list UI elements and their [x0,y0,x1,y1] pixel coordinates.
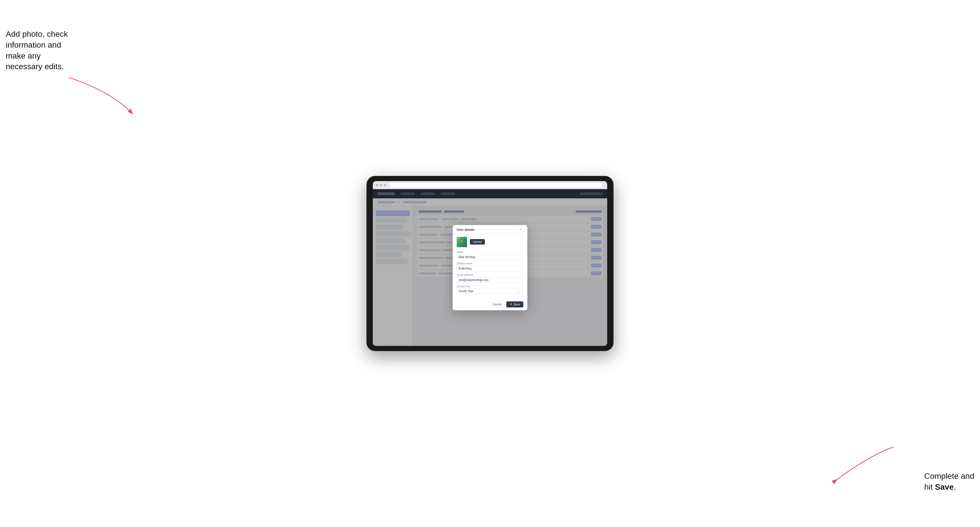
school-year-input[interactable] [457,289,523,294]
school-year-clear-icon[interactable]: × [518,290,519,292]
tablet-device: User details × Upload [366,176,614,351]
display-name-field-group: Display name [457,262,523,271]
annotation-left: Add photo, check information and make an… [6,29,75,72]
browser-dot-1 [376,184,378,186]
school-year-chevron-icon[interactable]: ⌄ [520,290,522,292]
modal-close-button[interactable]: × [520,228,523,231]
display-name-label: Display name [457,262,523,265]
email-field-group: Email address [457,273,523,283]
browser-dot-2 [380,184,382,186]
user-details-modal: User details × Upload [453,225,527,310]
email-input[interactable] [457,277,523,283]
display-name-input[interactable] [457,266,523,271]
modal-overlay: User details × Upload [373,189,607,346]
arrow-left [69,78,132,116]
save-label: Save [513,303,520,306]
name-input[interactable] [457,254,523,260]
tablet-screen: User details × Upload [373,181,607,346]
annotation-right: Complete and hit Save. [924,471,974,492]
photo-row: Upload [457,237,523,247]
cancel-button[interactable]: Cancel [489,302,505,307]
user-photo-thumbnail [457,237,467,247]
browser-url-bar [390,183,602,187]
modal-body: Upload Name Display name [453,234,527,299]
school-year-field-group: School Year × ⌄ [457,285,523,294]
save-button[interactable]: ⬆ Save [506,302,523,307]
arrow-right [837,447,894,483]
modal-title: User details [457,228,474,231]
scene: Add photo, check information and make an… [0,0,980,527]
school-year-label: School Year [457,285,523,288]
school-year-select-wrap: × ⌄ [457,289,523,294]
upload-photo-button[interactable]: Upload [470,239,485,244]
browser-bar [373,181,607,189]
modal-footer: Cancel ⬆ Save [453,299,527,310]
save-icon: ⬆ [510,303,512,306]
app-background: User details × Upload [373,189,607,346]
name-label: Name [457,251,523,254]
name-field-group: Name [457,251,523,260]
modal-header: User details × [453,225,527,234]
browser-dot-3 [384,184,386,186]
email-label: Email address [457,273,523,276]
